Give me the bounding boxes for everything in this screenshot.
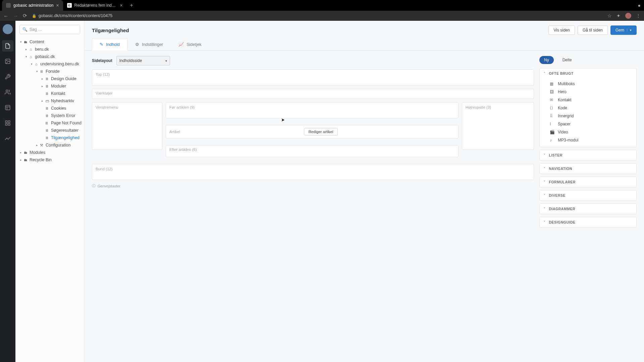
shortcuts-label: Genvejstaster xyxy=(98,184,120,188)
tree-item[interactable]: ▾🗎Forside xyxy=(15,68,84,75)
region-leftmenu[interactable]: Venstremenu xyxy=(92,102,162,150)
tree-label: beru.dk xyxy=(35,47,49,52)
user-avatar[interactable] xyxy=(3,24,13,34)
profile-icon[interactable]: ● xyxy=(638,3,641,8)
chevron-down-icon[interactable]: ▾ xyxy=(627,28,632,32)
goto-page-button[interactable]: Gå til siden xyxy=(578,25,608,35)
new-tab-button[interactable]: + xyxy=(127,2,137,8)
tree-item[interactable]: ▸🗎Design Guide xyxy=(15,75,84,82)
tree-label: System Error xyxy=(51,113,75,118)
tree-item[interactable]: ▾⌂undervisning.beru.dk xyxy=(15,60,84,68)
save-button[interactable]: Gem ▾ xyxy=(610,25,637,35)
module-label: Video xyxy=(558,130,568,134)
tab-row: gobasic administration × G Redaktørens f… xyxy=(0,0,644,11)
region-bottom[interactable]: Bund (12) xyxy=(92,164,534,180)
chevron-down-icon[interactable]: ▾ xyxy=(30,62,34,66)
page-title: Tilgængelighed xyxy=(92,27,129,33)
tree-item[interactable]: ▾🖿Content xyxy=(15,38,84,46)
home-icon: ⌂ xyxy=(34,62,39,66)
accordion-header[interactable]: ˅ DESIGNGUIDE xyxy=(540,217,636,227)
browser-tab[interactable]: gobasic administration × xyxy=(2,0,63,11)
tree-item[interactable]: ▾⌂gobasic.dk xyxy=(15,53,84,60)
tree-item[interactable]: 🗎Page Not Found xyxy=(15,119,84,127)
chevron-down-icon[interactable]: ▾ xyxy=(35,70,39,73)
forward-button[interactable]: → xyxy=(13,13,18,19)
accordion-header[interactable]: ˅ NAVIGATION xyxy=(540,164,636,174)
module-item[interactable]: 🖼Hero xyxy=(540,88,636,96)
apps-rail-icon[interactable] xyxy=(2,117,13,129)
tree-item[interactable]: 🗎Søgeresultater xyxy=(15,127,84,134)
users-rail-icon[interactable] xyxy=(2,86,13,98)
tree-item[interactable]: ▸⚒Configuration xyxy=(15,141,84,149)
region-tools[interactable]: Værktøjer xyxy=(92,89,534,99)
search-input[interactable]: 🔍 Søg … xyxy=(19,25,80,34)
module-item[interactable]: ▦Multiboks xyxy=(540,80,636,88)
chevron-down-icon[interactable]: ▾ xyxy=(19,40,23,44)
module-item[interactable]: ⟨⟩Kode xyxy=(540,104,636,112)
reload-button[interactable]: ⟳ xyxy=(23,13,27,19)
accordion-title: DIVERSE xyxy=(549,193,566,197)
tree-item[interactable]: ▸🗎Moduler xyxy=(15,82,84,90)
region-label: Højrespalte (3) xyxy=(466,105,530,109)
shortcuts-hint[interactable]: ⓘ Genvejstaster xyxy=(92,183,534,188)
accordion-header[interactable]: ˅ DIAGRAMMER xyxy=(540,204,636,214)
extensions-icon[interactable]: ✦ xyxy=(616,13,621,18)
chevron-right-icon[interactable]: ▸ xyxy=(24,48,28,51)
chevron-right-icon[interactable]: ▸ xyxy=(35,143,39,147)
chevron-right-icon[interactable]: ▸ xyxy=(40,77,44,80)
edit-article-button[interactable]: Rediger artikel xyxy=(304,128,337,135)
avatar-icon[interactable] xyxy=(625,13,631,19)
menu-icon[interactable]: ⋮ xyxy=(636,13,641,18)
back-button[interactable]: ← xyxy=(3,13,8,19)
module-tab-new[interactable]: Ny xyxy=(539,56,554,64)
tab-settings[interactable]: ⚙ Indstillinger xyxy=(127,38,171,50)
chevron-right-icon[interactable]: ▸ xyxy=(40,99,44,103)
chevron-right-icon[interactable]: ▸ xyxy=(40,84,44,88)
module-item[interactable]: ✉Kontakt xyxy=(540,96,636,104)
accordion-header[interactable]: ˅ FORMULARER xyxy=(540,177,636,187)
save-label: Gem xyxy=(615,28,624,33)
tree-item[interactable]: ▸⌂beru.dk xyxy=(15,46,84,53)
page-icon: 🗎 xyxy=(44,84,50,88)
tree-item[interactable]: 🗎System Error xyxy=(15,112,84,119)
content-rail-icon[interactable] xyxy=(2,40,13,52)
tree-item[interactable]: ▸🖿Modules xyxy=(15,149,84,156)
module-item[interactable]: 🎬Video xyxy=(540,128,636,136)
tree-item[interactable]: 🗎Cookies xyxy=(15,105,84,112)
tree-item[interactable]: ▸🖿Recycle Bin xyxy=(15,156,84,164)
accordion-header[interactable]: ˅ DIVERSE xyxy=(540,190,636,200)
view-page-button[interactable]: Vis siden xyxy=(548,25,575,35)
media-rail-icon[interactable] xyxy=(2,56,13,67)
region-article[interactable]: Artikel Rediger artikel xyxy=(166,125,459,138)
region-after-article[interactable]: Efter artiklen (6) xyxy=(166,145,459,157)
close-icon[interactable]: × xyxy=(56,3,59,8)
tab-content[interactable]: ✎ Indhold xyxy=(92,38,127,51)
region-before-article[interactable]: Før artiklen (9) xyxy=(166,102,459,118)
tab-pagecheck[interactable]: 📈 Sidetjek xyxy=(171,38,209,50)
layout-select[interactable]: Indholdsside xyxy=(116,56,170,65)
page-header: Tilgængelighed Vis siden Gå til siden Ge… xyxy=(85,21,644,38)
folder-icon: 🖿 xyxy=(23,150,28,155)
settings-rail-icon[interactable] xyxy=(2,71,13,82)
module-tab-shared[interactable]: Delte xyxy=(558,56,577,64)
module-item[interactable]: ⅠSpacer xyxy=(540,120,636,128)
module-item[interactable]: ♪MP3-modul xyxy=(540,136,636,144)
page-icon: 🗎 xyxy=(44,77,50,81)
chevron-right-icon[interactable]: ▸ xyxy=(19,151,23,154)
url-bar[interactable]: 🔒 gobasic.dk/cms/#content/content/10475 xyxy=(32,13,603,18)
tree-item[interactable]: 🗎Kontakt xyxy=(15,90,84,97)
tree-item[interactable]: ▸🗃Nyhedsarkiv xyxy=(15,97,84,105)
star-icon[interactable]: ☆ xyxy=(607,13,612,18)
tree-item[interactable]: 🗎Tilgængelighed xyxy=(15,134,84,141)
accordion-header[interactable]: ˄ OFTE BRUGT xyxy=(540,68,636,78)
browser-tab[interactable]: G Redaktørens fem indsatsområ… × xyxy=(63,0,127,11)
stats-rail-icon[interactable] xyxy=(2,133,13,144)
accordion-header[interactable]: ˅ LISTER xyxy=(540,150,636,160)
module-item[interactable]: ⠿Innergrid xyxy=(540,112,636,120)
region-top[interactable]: Top (12) xyxy=(92,69,534,85)
forms-rail-icon[interactable] xyxy=(2,102,13,113)
chevron-down-icon[interactable]: ▾ xyxy=(24,55,28,58)
region-rightcol[interactable]: Højrespalte (3) xyxy=(462,102,534,150)
chevron-right-icon[interactable]: ▸ xyxy=(19,158,23,162)
close-icon[interactable]: × xyxy=(120,3,122,8)
